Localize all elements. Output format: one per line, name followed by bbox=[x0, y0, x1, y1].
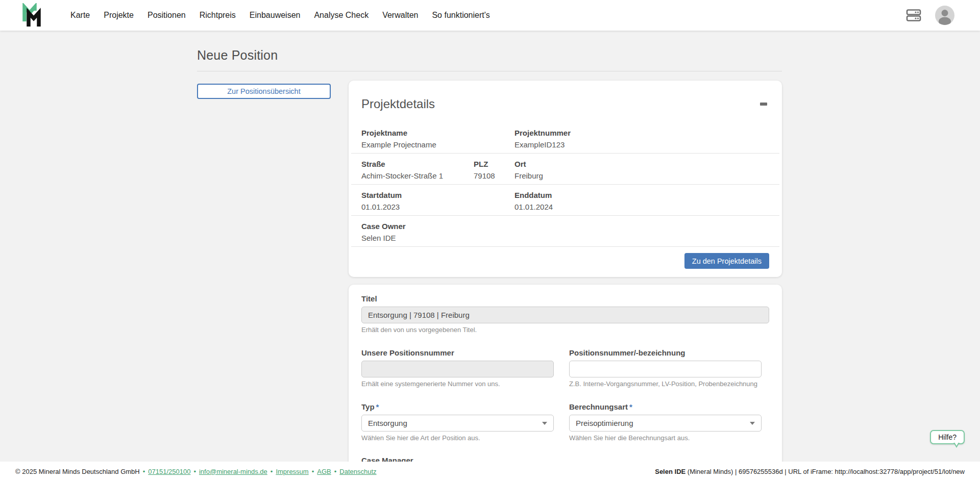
required-marker: * bbox=[376, 402, 379, 411]
nav-item-verwalten[interactable]: Verwalten bbox=[382, 11, 418, 20]
field-value: 01.01.2023 bbox=[361, 200, 474, 212]
field-case-owner: Case Owner Selen IDE bbox=[361, 220, 474, 243]
typ-group: Typ* Entsorgung Wählen Sie hier die Art … bbox=[361, 402, 554, 442]
footer-link-phone[interactable]: 07151/250100 bbox=[148, 468, 190, 475]
unsere-positionsnummer-input[interactable] bbox=[361, 361, 554, 377]
field-label: Projektnummer bbox=[514, 127, 769, 138]
unsere-positionsnummer-label: Unsere Positionsnummer bbox=[361, 348, 554, 358]
footer-separator: • bbox=[193, 468, 196, 475]
footer-link-datenschutz[interactable]: Datenschutz bbox=[339, 468, 376, 475]
case-manager-group: Case Manager bbox=[361, 455, 769, 462]
back-to-positions-button[interactable]: Zur Positionsübersicht bbox=[197, 84, 331, 99]
page-title: Neue Position bbox=[197, 48, 782, 63]
server-icon[interactable] bbox=[905, 7, 922, 23]
titel-input[interactable] bbox=[361, 307, 769, 323]
case-manager-label: Case Manager bbox=[361, 455, 769, 462]
field-projektnummer: Projektnummer ExampleID123 bbox=[514, 127, 769, 149]
field-plz: PLZ 79108 bbox=[474, 158, 514, 181]
positionsnummer-group: Positionsnummer/-bezeichnung Z.B. Intern… bbox=[569, 348, 762, 388]
chevron-down-icon bbox=[542, 422, 547, 425]
field-strasse: Straße Achim-Stocker-Straße 1 bbox=[361, 158, 474, 181]
field-enddatum: Enddatum 01.01.2024 bbox=[514, 189, 769, 212]
footer-link-agb[interactable]: AGB bbox=[317, 468, 331, 475]
help-button[interactable]: Hilfe? bbox=[930, 430, 965, 444]
unsere-positionsnummer-helper: Erhält eine systemgenerierte Nummer von … bbox=[361, 380, 554, 388]
berechnungsart-label: Berechnungsart* bbox=[569, 402, 762, 412]
title-divider bbox=[197, 71, 782, 71]
unsere-positionsnummer-group: Unsere Positionsnummer Erhält eine syste… bbox=[361, 348, 554, 388]
typ-select[interactable]: Entsorgung bbox=[361, 415, 554, 432]
field-value: Example Projectname bbox=[361, 138, 474, 149]
footer: © 2025 Mineral Minds Deutschland GmbH • … bbox=[0, 462, 980, 481]
detail-row-dates: Startdatum 01.01.2023 Enddatum 01.01.202… bbox=[351, 185, 779, 216]
field-label: Ort bbox=[514, 158, 769, 169]
mineral-minds-logo[interactable] bbox=[21, 3, 44, 28]
project-details-title: Projektdetails bbox=[361, 97, 435, 111]
go-to-project-details-button[interactable]: Zu den Projektdetails bbox=[684, 253, 769, 269]
field-label: Startdatum bbox=[361, 189, 474, 200]
main-area: Neue Position Zur Positionsübersicht Pro… bbox=[0, 31, 980, 462]
nav-item-richtpreis[interactable]: Richtpreis bbox=[200, 11, 236, 20]
footer-separator: • bbox=[271, 468, 273, 475]
footer-link-email[interactable]: info@mineral-minds.de bbox=[199, 468, 267, 475]
berechnungsart-group: Berechnungsart* Preisoptimierung Wählen … bbox=[569, 402, 762, 442]
user-avatar-icon[interactable] bbox=[935, 6, 954, 25]
minus-icon bbox=[760, 103, 767, 106]
titel-group: Titel Erhält den von uns vorgegebenen Ti… bbox=[361, 294, 769, 334]
footer-left: © 2025 Mineral Minds Deutschland GmbH • … bbox=[15, 468, 377, 475]
titel-label: Titel bbox=[361, 294, 769, 303]
berechnungsart-selected-value: Preisoptimierung bbox=[576, 419, 633, 427]
collapse-card-button[interactable] bbox=[758, 98, 769, 110]
required-marker: * bbox=[629, 402, 632, 411]
field-value: Selen IDE bbox=[361, 231, 474, 243]
copyright-text: © 2025 Mineral Minds Deutschland GmbH bbox=[15, 468, 140, 475]
typ-selected-value: Entsorgung bbox=[368, 419, 407, 427]
nav-item-einbauweisen[interactable]: Einbauweisen bbox=[250, 11, 301, 20]
footer-session-info: Selen IDE (Mineral Minds) | 69576255536d… bbox=[655, 468, 965, 475]
navbar-right bbox=[905, 6, 954, 25]
field-value: 01.01.2024 bbox=[514, 200, 769, 212]
field-value: 79108 bbox=[474, 169, 514, 181]
field-projektname: Projektname Example Projectname bbox=[361, 127, 474, 149]
field-label: Straße bbox=[361, 158, 474, 169]
detail-row-case-owner: Case Owner Selen IDE bbox=[351, 216, 779, 247]
project-details-card: Projektdetails Projektname Example Proje… bbox=[349, 81, 782, 277]
field-label: PLZ bbox=[474, 158, 514, 169]
field-value: Freiburg bbox=[514, 169, 769, 181]
footer-separator: • bbox=[143, 468, 145, 475]
typ-label: Typ* bbox=[361, 402, 554, 412]
positionsnummer-label: Positionsnummer/-bezeichnung bbox=[569, 348, 762, 358]
titel-helper: Erhält den von uns vorgegebenen Titel. bbox=[361, 326, 769, 334]
detail-row-address: Straße Achim-Stocker-Straße 1 PLZ 79108 … bbox=[351, 154, 779, 185]
nav-item-karte[interactable]: Karte bbox=[70, 11, 90, 20]
field-value: ExampleID123 bbox=[514, 138, 769, 149]
nav-item-so-funktionierts[interactable]: So funktioniert's bbox=[432, 11, 489, 20]
nav-item-analyse-check[interactable]: Analyse Check bbox=[314, 11, 369, 20]
detail-row-name-number: Projektname Example Projectname Projektn… bbox=[351, 122, 779, 154]
field-label: Case Owner bbox=[361, 220, 474, 231]
typ-label-text: Typ bbox=[361, 402, 375, 411]
footer-link-impressum[interactable]: Impressum bbox=[276, 468, 308, 475]
chevron-down-icon bbox=[750, 422, 755, 425]
typ-helper: Wählen Sie hier die Art der Position aus… bbox=[361, 434, 554, 442]
berechnungsart-helper: Wählen Sie hier die Berechnungsart aus. bbox=[569, 434, 762, 442]
field-startdatum: Startdatum 01.01.2023 bbox=[361, 189, 474, 212]
nav-item-positionen[interactable]: Positionen bbox=[148, 11, 186, 20]
positionsnummer-helper: Z.B. Interne-Vorgangsnummer, LV-Position… bbox=[569, 380, 762, 388]
footer-session-text: (Mineral Minds) | 69576255536d | URL of … bbox=[685, 468, 965, 475]
left-column: Zur Positionsübersicht bbox=[197, 81, 349, 462]
nav-item-projekte[interactable]: Projekte bbox=[104, 11, 134, 20]
top-navbar: Karte Projekte Positionen Richtpreis Ein… bbox=[0, 0, 980, 31]
footer-user: Selen IDE bbox=[655, 468, 685, 475]
main-menu: Karte Projekte Positionen Richtpreis Ein… bbox=[70, 11, 490, 20]
field-label: Enddatum bbox=[514, 189, 769, 200]
berechnungsart-label-text: Berechnungsart bbox=[569, 402, 628, 411]
positionsnummer-input[interactable] bbox=[569, 361, 762, 377]
field-ort: Ort Freiburg bbox=[514, 158, 769, 181]
berechnungsart-select[interactable]: Preisoptimierung bbox=[569, 415, 762, 432]
field-label: Projektname bbox=[361, 127, 474, 138]
footer-separator: • bbox=[334, 468, 337, 475]
footer-separator: • bbox=[312, 468, 314, 475]
new-position-form-card: Titel Erhält den von uns vorgegebenen Ti… bbox=[349, 285, 782, 462]
project-details-rows: Projektname Example Projectname Projektn… bbox=[351, 122, 779, 247]
